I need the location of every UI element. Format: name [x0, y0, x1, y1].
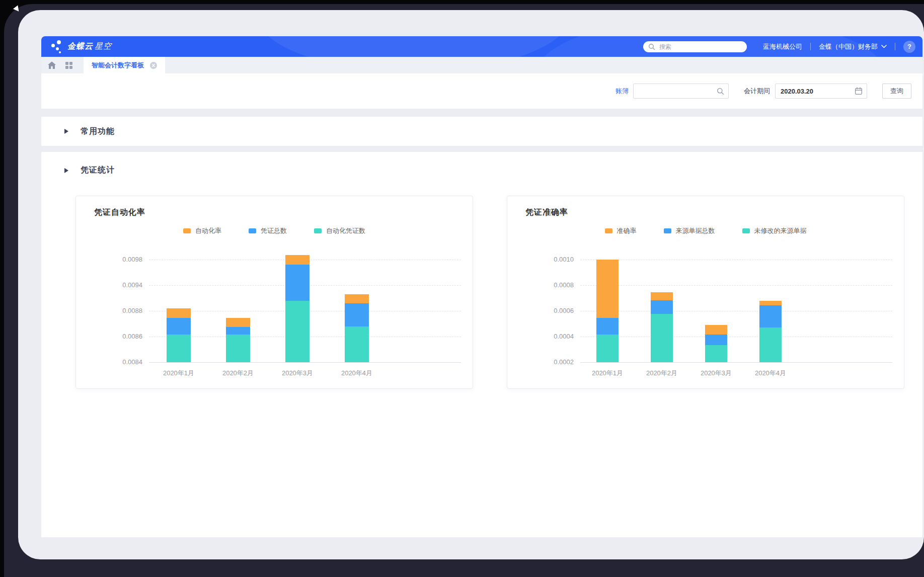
- y-axis-tick-label: 0.0004: [525, 332, 574, 341]
- x-axis-category-label: 2020年1月: [580, 369, 635, 378]
- query-button[interactable]: 查询: [882, 84, 911, 99]
- x-axis-category-label: 2020年4月: [327, 369, 387, 378]
- period-date-field[interactable]: [775, 84, 867, 99]
- lookup-search-icon[interactable]: [717, 88, 724, 95]
- bar-segment: [285, 301, 310, 362]
- bar-segment: [596, 335, 619, 362]
- app-logo[interactable]: 金蝶云星空: [50, 40, 112, 54]
- grid-line: [580, 285, 892, 286]
- bar-segment: [705, 325, 727, 335]
- legend-label: 准确率: [617, 226, 637, 235]
- grid-line: [580, 337, 892, 337]
- home-icon[interactable]: [43, 57, 60, 73]
- section-title: 凭证统计: [81, 165, 115, 176]
- bar-segment: [759, 327, 782, 362]
- chart-title: 凭证准确率: [525, 207, 568, 218]
- chart-card-voucher-accuracy-rate: 凭证准确率 准确率来源单据总数未修改的来源单据 0.00100.00080.00…: [507, 196, 904, 389]
- legend-item[interactable]: 未修改的来源单据: [742, 226, 807, 235]
- y-axis-tick-label: 0.0002: [525, 358, 574, 367]
- legend-swatch: [742, 228, 750, 233]
- app-logo-text: 金蝶云星空: [67, 41, 112, 52]
- ledger-label: 账簿: [615, 87, 629, 96]
- legend-swatch: [183, 228, 191, 233]
- x-axis-category-label: 2020年2月: [635, 369, 689, 378]
- legend-item[interactable]: 准确率: [605, 226, 637, 235]
- collapse-arrow-icon: [64, 168, 68, 173]
- grid-line: [580, 260, 892, 260]
- header-divider: [895, 43, 895, 50]
- y-axis-tick-label: 0.0086: [94, 332, 142, 341]
- bar-segment: [226, 335, 250, 362]
- bar-segment: [759, 301, 782, 305]
- legend-label: 来源单据总数: [676, 226, 715, 235]
- bar-segment: [345, 303, 369, 326]
- voucher-statistics-header[interactable]: 凭证统计: [64, 165, 115, 176]
- bar-segment: [651, 300, 673, 314]
- y-axis-tick-label: 0.0088: [94, 306, 142, 315]
- bar-segment: [285, 255, 310, 265]
- period-date-input[interactable]: [780, 87, 855, 96]
- grid-line: [580, 311, 892, 311]
- bar-segment: [345, 294, 369, 303]
- tab-close-icon[interactable]: [150, 62, 157, 69]
- legend-item[interactable]: 自动化率: [183, 226, 221, 235]
- legend-swatch: [664, 228, 671, 233]
- legend-label: 未修改的来源单据: [754, 226, 807, 235]
- app-header: 金蝶云星空 蓝海机械公司 金蝶（中国）财务部 ?: [41, 36, 922, 57]
- bar-segment: [705, 335, 727, 345]
- common-functions-header[interactable]: 常用功能: [64, 126, 115, 137]
- bar-segment: [226, 318, 250, 327]
- legend-swatch: [314, 228, 322, 233]
- period-label: 会计期间: [744, 87, 770, 96]
- global-search[interactable]: [643, 41, 747, 52]
- y-axis-tick-label: 0.0084: [94, 358, 142, 367]
- legend-label: 自动化凭证数: [326, 226, 365, 235]
- bar-segment: [226, 327, 250, 335]
- search-icon: [648, 43, 655, 50]
- bar-segment: [285, 265, 310, 301]
- voucher-statistics-panel: 凭证统计 凭证自动化率 自动化率凭证总数自动化凭证数 0.00980.00940…: [41, 152, 922, 537]
- section-title: 常用功能: [81, 126, 115, 137]
- bar-segment: [759, 305, 782, 327]
- header-divider: [810, 43, 811, 50]
- x-axis-category-label: 2020年2月: [208, 369, 268, 378]
- collapse-arrow-icon: [64, 129, 68, 134]
- apps-grid-icon[interactable]: [60, 57, 78, 73]
- bar-segment: [167, 335, 191, 362]
- x-axis-line: [149, 362, 461, 363]
- chart-legend: 自动化率凭证总数自动化凭证数: [76, 226, 473, 235]
- x-axis-category-label: 2020年3月: [689, 369, 743, 378]
- bar-segment: [596, 260, 619, 318]
- kingdee-dots-logo-icon: [50, 40, 63, 54]
- search-input[interactable]: [658, 43, 731, 51]
- tab-label: 智能会计数字看板: [92, 61, 144, 70]
- bar-segment: [167, 308, 191, 317]
- chevron-down-icon: [881, 45, 887, 48]
- bar-segment: [651, 292, 673, 300]
- y-axis-tick-label: 0.0010: [525, 255, 574, 264]
- legend-item[interactable]: 来源单据总数: [664, 226, 715, 235]
- x-axis-line: [580, 362, 892, 363]
- legend-swatch: [605, 228, 612, 233]
- ledger-lookup-field[interactable]: [633, 84, 729, 99]
- app-window: 金蝶云星空 蓝海机械公司 金蝶（中国）财务部 ?: [18, 10, 924, 559]
- tab-bar: 智能会计数字看板: [41, 57, 922, 73]
- company-name[interactable]: 蓝海机械公司: [763, 42, 802, 51]
- department-label: 金蝶（中国）财务部: [819, 42, 878, 51]
- common-functions-panel: 常用功能: [41, 117, 922, 146]
- bar-segment: [345, 326, 369, 362]
- chart-legend: 准确率来源单据总数未修改的来源单据: [507, 226, 904, 235]
- bar-segment: [651, 314, 673, 362]
- x-axis-category-label: 2020年1月: [149, 369, 208, 378]
- chart-card-voucher-automation-rate: 凭证自动化率 自动化率凭证总数自动化凭证数 0.00980.00940.0088…: [75, 196, 473, 389]
- legend-item[interactable]: 凭证总数: [249, 226, 287, 235]
- calendar-icon[interactable]: [855, 87, 863, 95]
- legend-label: 自动化率: [195, 226, 221, 235]
- help-icon[interactable]: ?: [903, 41, 915, 53]
- department-dropdown[interactable]: 金蝶（中国）财务部: [819, 42, 887, 51]
- bar-segment: [167, 318, 191, 335]
- ledger-input[interactable]: [638, 87, 717, 96]
- legend-item[interactable]: 自动化凭证数: [314, 226, 365, 235]
- tab-smart-accounting-dashboard[interactable]: 智能会计数字看板: [84, 57, 165, 73]
- y-axis-tick-label: 0.0006: [525, 306, 574, 315]
